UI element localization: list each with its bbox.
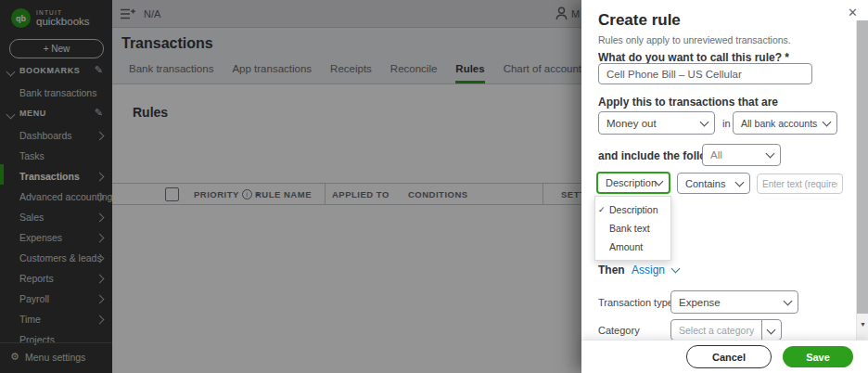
menu-item-amount[interactable]: Amount bbox=[595, 238, 670, 256]
panel-scrollbar[interactable]: ▼ bbox=[856, 20, 868, 340]
condition-text-input[interactable] bbox=[757, 174, 843, 194]
chevron-down-icon[interactable] bbox=[671, 264, 681, 274]
bank-account-select[interactable]: All bank accounts bbox=[733, 111, 837, 135]
in-label: in bbox=[722, 118, 731, 129]
chevron-down-icon bbox=[766, 149, 775, 159]
category-input[interactable] bbox=[670, 319, 762, 341]
panel-title: Create rule bbox=[598, 11, 681, 30]
chevron-down-icon bbox=[784, 296, 793, 305]
transaction-type-select[interactable]: Expense bbox=[670, 290, 798, 314]
apply-to-label: Apply this to transactions that are bbox=[598, 96, 778, 109]
match-all-select[interactable]: All bbox=[702, 144, 781, 166]
save-button-label: Save bbox=[806, 352, 830, 363]
rule-name-input[interactable] bbox=[598, 63, 812, 84]
money-direction-value: Money out bbox=[606, 118, 657, 129]
match-all-value: All bbox=[710, 149, 722, 161]
chevron-down-icon bbox=[735, 177, 745, 186]
category-label: Category bbox=[598, 325, 640, 336]
assign-link[interactable]: Assign bbox=[632, 264, 665, 277]
menu-item-bank-text[interactable]: Bank text bbox=[595, 219, 670, 238]
panel-footer: Cancel Save bbox=[581, 340, 868, 373]
chevron-down-icon bbox=[767, 326, 776, 335]
chevron-down-icon bbox=[823, 117, 832, 126]
create-rule-panel: ✕ Create rule Rules only apply to unrevi… bbox=[581, 0, 868, 373]
cancel-button[interactable]: Cancel bbox=[686, 345, 772, 368]
transaction-type-label: Transaction type bbox=[598, 297, 673, 308]
then-label: Then bbox=[598, 264, 625, 277]
menu-item-label: Description bbox=[609, 204, 658, 215]
cancel-button-label: Cancel bbox=[712, 352, 746, 363]
money-direction-select[interactable]: Money out bbox=[598, 111, 715, 135]
quickbooks-app: qb INTUIT quickbooks + New BOOKMARKS ✎ B… bbox=[0, 0, 868, 373]
transaction-type-value: Expense bbox=[679, 297, 721, 308]
scrollbar-thumb[interactable] bbox=[857, 20, 868, 314]
scroll-down-icon[interactable]: ▼ bbox=[860, 321, 866, 328]
menu-item-label: Bank text bbox=[609, 223, 650, 234]
condition-operator-value: Contains bbox=[685, 178, 725, 189]
panel-subtitle: Rules only apply to unreviewed transacti… bbox=[598, 34, 791, 45]
condition-operator-select[interactable]: Contains bbox=[677, 173, 750, 194]
bank-account-value: All bank accounts bbox=[741, 118, 817, 129]
check-icon: ✓ bbox=[598, 200, 606, 219]
condition-field-select[interactable]: Description bbox=[596, 172, 670, 194]
modal-overlay bbox=[0, 0, 581, 373]
chevron-down-icon bbox=[700, 117, 709, 126]
menu-item-description[interactable]: ✓ Description bbox=[595, 200, 670, 219]
save-button[interactable]: Save bbox=[783, 346, 853, 367]
condition-field-menu: ✓ Description Bank text Amount bbox=[594, 196, 671, 261]
then-assign-row: Then Assign bbox=[598, 264, 679, 277]
close-icon[interactable]: ✕ bbox=[848, 6, 858, 19]
condition-field-value: Description bbox=[606, 177, 657, 188]
menu-item-label: Amount bbox=[609, 241, 643, 252]
category-dropdown-button[interactable] bbox=[761, 319, 782, 341]
rule-name-label: What do you want to call this rule? * bbox=[598, 51, 789, 64]
